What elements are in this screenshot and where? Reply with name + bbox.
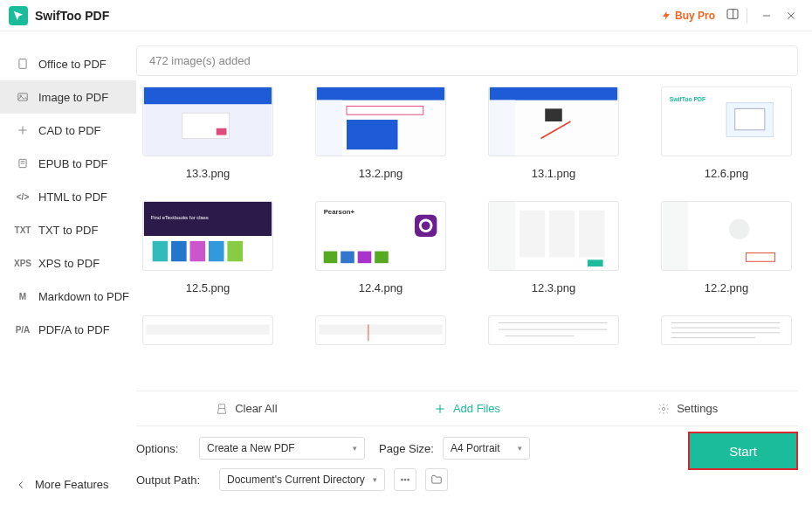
thumbnail-item[interactable]: 13.3.png — [136, 86, 279, 180]
add-files-label: Add Files — [453, 402, 500, 415]
thumbnail-item[interactable] — [655, 315, 798, 345]
sidebar-item-label: XPS to PDF — [38, 257, 100, 270]
svg-rect-5 — [19, 59, 26, 69]
add-files-button[interactable]: Add Files — [357, 391, 578, 425]
clear-all-label: Clear All — [235, 402, 277, 415]
sidebar-item-txt-to-pdf[interactable]: TXT TXT to PDF — [0, 213, 136, 246]
minimize-button[interactable] — [754, 3, 779, 28]
more-path-button[interactable] — [394, 468, 416, 491]
svg-text:Pearson+: Pearson+ — [324, 208, 355, 216]
sidebar-item-label: Image to PDF — [38, 91, 108, 104]
folder-icon — [430, 474, 443, 486]
sidebar-item-markdown-to-pdf[interactable]: M Markdown to PDF — [0, 280, 136, 313]
sidebar-item-label: CAD to PDF — [38, 124, 101, 137]
settings-label: Settings — [677, 402, 718, 415]
output-path-select[interactable]: Document's Current Directory▾ — [219, 468, 385, 491]
panel-toggle-icon[interactable] — [726, 7, 740, 24]
sidebar-item-label: Office to PDF — [38, 58, 107, 71]
svg-rect-65 — [664, 316, 788, 344]
more-features-label: More Features — [35, 478, 109, 491]
bolt-icon — [661, 10, 671, 21]
thumbnail-label: 13.2.png — [359, 167, 403, 180]
thumbnail-item[interactable]: 13.1.png — [482, 86, 625, 180]
svg-text:Find eTextbooks for class: Find eTextbooks for class — [151, 215, 209, 220]
txt-icon: TXT — [16, 225, 30, 235]
page-size-label: Page Size: — [379, 442, 434, 455]
thumbnail-preview — [488, 315, 619, 345]
thumbnail-label: 13.1.png — [532, 167, 576, 180]
thumbnail-preview: Find eTextbooks for class — [142, 201, 273, 271]
sidebar-item-html-to-pdf[interactable]: </> HTML to PDF — [0, 180, 136, 213]
sidebar-item-epub-to-pdf[interactable]: EPUB to PDF — [0, 147, 136, 180]
thumbnail-item[interactable]: 12.2.png — [655, 201, 798, 294]
svg-point-74 — [402, 479, 403, 481]
svg-line-24 — [540, 121, 570, 139]
sidebar-item-label: HTML to PDF — [38, 190, 107, 204]
clear-icon — [216, 403, 228, 415]
svg-rect-23 — [545, 108, 562, 121]
more-features-link[interactable]: More Features — [0, 464, 136, 505]
epub-icon — [16, 157, 30, 169]
thumbnail-preview: Pearson+ — [315, 201, 446, 271]
clear-all-button[interactable]: Clear All — [136, 391, 357, 425]
sidebar-item-xps-to-pdf[interactable]: XPS XPS to PDF — [0, 246, 136, 280]
sidebar-item-cad-to-pdf[interactable]: CAD to PDF — [0, 114, 136, 147]
svg-point-41 — [422, 221, 430, 230]
sidebar: Office to PDF Image to PDF CAD to PDF EP… — [0, 31, 136, 505]
thumbnail-preview — [142, 86, 273, 156]
sidebar-item-image-to-pdf[interactable]: Image to PDF — [0, 80, 136, 114]
thumbnail-item[interactable]: Pearson+ 12.4.png — [309, 201, 452, 294]
svg-rect-59 — [319, 324, 442, 334]
thumbnail-label: 12.4.png — [359, 281, 403, 294]
thumbnail-preview — [488, 86, 619, 156]
svg-rect-33 — [171, 241, 187, 261]
thumbnail-label: 12.5.png — [186, 281, 231, 294]
sidebar-item-office-to-pdf[interactable]: Office to PDF — [0, 47, 136, 80]
thumbnail-item[interactable]: SwifToo PDF 12.6.png — [655, 86, 798, 180]
sidebar-item-pdfa-to-pdf[interactable]: P/A PDF/A to PDF — [0, 313, 136, 346]
thumbnail-grid: 13.3.png 13.2.png 13.1.png SwifTo — [136, 86, 798, 354]
output-path-label: Output Path: — [136, 474, 210, 487]
thumbnail-item[interactable]: 12.3.png — [482, 201, 625, 294]
page-size-select[interactable]: A4 Portrait▾ — [443, 437, 530, 460]
doc-icon — [16, 58, 30, 70]
thumbnail-preview — [661, 201, 792, 271]
svg-rect-50 — [579, 211, 604, 258]
options-panel: Options: Create a New PDF▾ Page Size: A4… — [136, 426, 798, 505]
app-name: SwifToo PDF — [35, 9, 109, 23]
thumbnail-preview — [142, 315, 273, 345]
svg-point-73 — [662, 407, 665, 411]
thumbnail-item[interactable]: 13.2.png — [309, 86, 452, 180]
thumbnail-item[interactable] — [482, 315, 625, 345]
cad-icon — [16, 124, 30, 136]
svg-rect-48 — [520, 211, 545, 258]
thumbnail-item[interactable]: Find eTextbooks for class 12.5.png — [136, 201, 279, 294]
image-count-bar: 472 image(s) added — [136, 45, 798, 76]
svg-point-76 — [408, 479, 409, 481]
options-select[interactable]: Create a New PDF▾ — [199, 437, 365, 460]
options-label: Options: — [136, 442, 190, 455]
markdown-icon: M — [16, 292, 30, 301]
svg-rect-53 — [663, 202, 688, 270]
sidebar-item-label: PDF/A to PDF — [38, 323, 110, 336]
svg-rect-42 — [324, 252, 338, 264]
output-path-value: Document's Current Directory — [227, 474, 365, 486]
chevron-left-icon — [16, 480, 26, 490]
thumbnail-label: 12.3.png — [532, 281, 576, 294]
thumbnail-item[interactable] — [136, 315, 279, 345]
svg-rect-0 — [727, 9, 738, 18]
svg-rect-34 — [190, 241, 206, 261]
thumbnail-grid-wrap: 13.3.png 13.2.png 13.1.png SwifTo — [136, 86, 798, 391]
browse-folder-button[interactable] — [425, 468, 448, 491]
svg-rect-70 — [219, 404, 225, 408]
buy-pro-link[interactable]: Buy Pro — [661, 10, 715, 22]
chevron-down-icon: ▾ — [518, 444, 522, 453]
start-button[interactable]: Start — [688, 432, 798, 470]
settings-button[interactable]: Settings — [577, 391, 798, 425]
svg-text:SwifToo PDF: SwifToo PDF — [670, 96, 706, 102]
svg-rect-22 — [490, 100, 515, 156]
thumbnail-label: 13.3.png — [186, 167, 231, 180]
close-button[interactable] — [779, 3, 803, 28]
thumbnail-preview — [315, 315, 446, 345]
thumbnail-item[interactable] — [309, 315, 452, 345]
